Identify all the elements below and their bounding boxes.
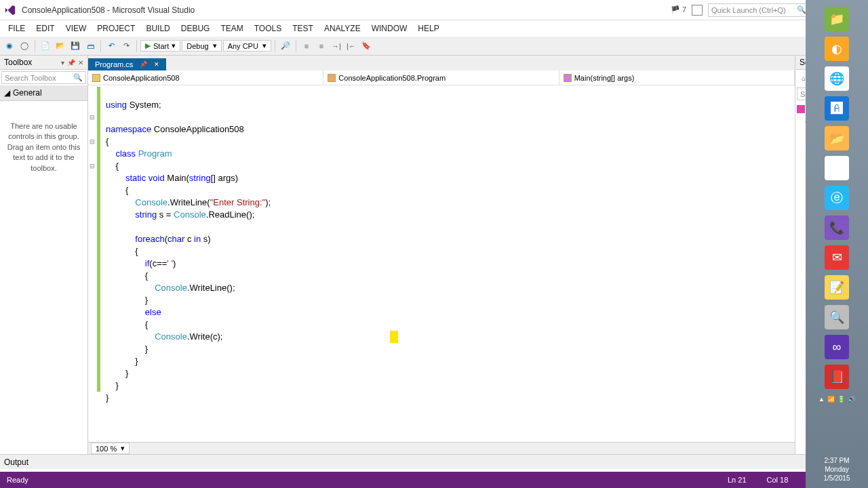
nav-back-button[interactable]: ◉: [3, 39, 16, 53]
chevron-down-icon: ◢: [4, 88, 10, 98]
taskbar-ie-icon[interactable]: ⓔ: [825, 186, 849, 210]
zoom-bar: 100 %▾: [88, 442, 795, 454]
toolbox-header: Toolbox ▾📌✕: [0, 56, 87, 70]
comment-button[interactable]: ≡: [300, 39, 313, 53]
code-editor[interactable]: ⊟ ⊟ ⊟ using System; namespace ConsoleApp…: [88, 85, 795, 442]
statusbar: Ready Ln 21 Col 18 Ch 18 INS: [0, 472, 868, 488]
taskbar-vs-icon[interactable]: ∞: [825, 335, 849, 359]
menu-tools[interactable]: TOOLS: [249, 22, 287, 35]
nav-method-combo[interactable]: Main(string[] args): [559, 70, 795, 85]
uncomment-button[interactable]: ≡: [315, 39, 328, 53]
nav-strip: ConsoleApplication508 ConsoleApplication…: [88, 70, 795, 85]
bookmark-button[interactable]: 🔖: [359, 39, 373, 53]
titlebar: ConsoleApplication508 - Microsoft Visual…: [0, 0, 868, 20]
pin-icon[interactable]: 📌: [140, 61, 147, 68]
open-button[interactable]: 📂: [54, 39, 67, 53]
close-icon[interactable]: ✕: [154, 61, 159, 68]
menu-help[interactable]: HELP: [412, 22, 444, 35]
tab-program-cs[interactable]: Program.cs 📌 ✕: [88, 58, 166, 70]
taskbar-notes-icon[interactable]: 📝: [825, 275, 849, 300]
vs-logo-icon: [4, 4, 16, 16]
menubar: FILE EDIT VIEW PROJECT BUILD DEBUG TEAM …: [0, 20, 868, 37]
search-icon: 🔍: [797, 5, 806, 14]
taskbar-app-icon[interactable]: 🔍: [825, 305, 849, 329]
status-text: Ready: [7, 476, 707, 484]
pin-icon[interactable]: 📌: [67, 59, 75, 66]
menu-test[interactable]: TEST: [287, 22, 319, 35]
taskbar-clock[interactable]: 2:37 PM Monday 1/5/2015: [824, 453, 850, 488]
nav-class-combo[interactable]: ConsoleApplication508.Program: [323, 70, 559, 85]
zoom-combo[interactable]: 100 %▾: [91, 443, 130, 454]
menu-view[interactable]: VIEW: [60, 22, 92, 35]
window-title: ConsoleApplication508 - Microsoft Visual…: [22, 5, 671, 15]
taskbar-app-icon[interactable]: ✉: [825, 245, 849, 270]
chevron-down-icon: ▾: [172, 41, 176, 50]
search-icon: 🔍: [73, 73, 83, 82]
notification-flag[interactable]: 🏴 7: [671, 5, 686, 14]
system-tray[interactable]: ▲📶🔋🔊: [817, 394, 856, 404]
menu-window[interactable]: WINDOW: [366, 22, 413, 35]
new-project-button[interactable]: 📄: [39, 39, 52, 53]
outdent-button[interactable]: |←: [344, 39, 358, 53]
toolbox-empty-message: There are no usable controls in this gro…: [0, 101, 87, 194]
taskbar-chrome-icon[interactable]: 🌐: [825, 66, 849, 91]
find-button[interactable]: 🔎: [279, 39, 292, 53]
nav-project-combo[interactable]: ConsoleApplication508: [88, 70, 323, 85]
redo-button[interactable]: ↷: [119, 39, 133, 53]
menu-debug[interactable]: DEBUG: [176, 22, 216, 35]
menu-project[interactable]: PROJECT: [92, 22, 140, 35]
dropdown-icon[interactable]: ▾: [61, 59, 64, 66]
output-header[interactable]: Output ▾📌✕: [0, 454, 868, 469]
nav-fwd-button[interactable]: ◯: [18, 39, 31, 53]
toolbox-general-group[interactable]: ◢General: [0, 85, 87, 101]
menu-edit[interactable]: EDIT: [31, 22, 60, 35]
save-all-button[interactable]: 🗃: [83, 39, 97, 53]
undo-button[interactable]: ↶: [104, 39, 118, 53]
quick-launch-input[interactable]: Quick Launch (Ctrl+Q)🔍: [708, 3, 810, 17]
feedback-icon[interactable]: [692, 5, 703, 16]
taskbar-viber-icon[interactable]: 📞: [825, 216, 849, 240]
menu-file[interactable]: FILE: [3, 22, 31, 35]
text-cursor: [390, 331, 398, 343]
indent-button[interactable]: →|: [330, 39, 343, 53]
tab-strip: Program.cs 📌 ✕: [88, 56, 795, 70]
close-icon[interactable]: ✕: [78, 59, 83, 66]
taskbar-app-icon[interactable]: 🅰: [825, 96, 849, 121]
platform-combo[interactable]: Any CPU▾: [223, 40, 271, 52]
windows-taskbar: 📁 ◐ 🌐 🅰 📂 ▦ ⓔ 📞 ✉ 📝 🔍 ∞ 📕 ▲📶🔋🔊 2:37 PM M…: [806, 0, 868, 488]
taskbar-explorer-icon[interactable]: 📂: [825, 126, 849, 150]
start-button[interactable]: ▶Start▾: [140, 40, 180, 52]
config-combo[interactable]: Debug▾: [182, 40, 221, 52]
taskbar-app-icon[interactable]: ▦: [825, 156, 849, 180]
menu-analyze[interactable]: ANALYZE: [319, 22, 366, 35]
play-icon: ▶: [145, 41, 151, 50]
taskbar-app-icon[interactable]: 📁: [825, 7, 849, 31]
taskbar-pdf-icon[interactable]: 📕: [825, 365, 849, 389]
toolbox-pane: Toolbox ▾📌✕ Search Toolbox🔍 ◢General The…: [0, 56, 88, 469]
taskbar-app-icon[interactable]: ◐: [825, 37, 849, 61]
menu-build[interactable]: BUILD: [140, 22, 175, 35]
menu-team[interactable]: TEAM: [215, 22, 248, 35]
toolbar: ◉ ◯ 📄 📂 💾 🗃 ↶ ↷ ▶Start▾ Debug▾ Any CPU▾ …: [0, 37, 868, 56]
toolbox-search[interactable]: Search Toolbox🔍: [1, 71, 86, 84]
status-col: Col 18: [767, 476, 789, 484]
save-button[interactable]: 💾: [68, 39, 82, 53]
editor-area: Program.cs 📌 ✕ ConsoleApplication508 Con…: [88, 56, 795, 469]
status-line: Ln 21: [728, 476, 747, 484]
